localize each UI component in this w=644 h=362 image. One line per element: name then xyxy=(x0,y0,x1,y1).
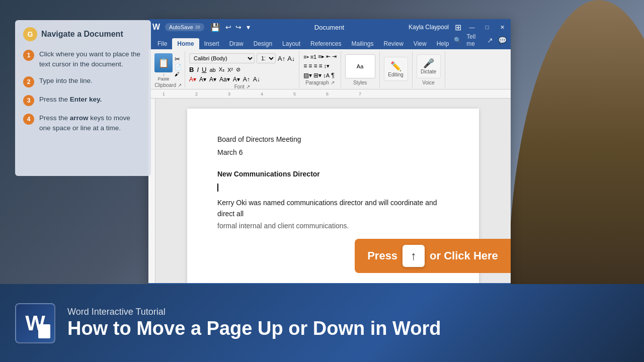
shading-button[interactable]: ▨▾ xyxy=(303,72,312,79)
tab-draw[interactable]: Draw xyxy=(224,38,249,49)
minimize-button[interactable]: — xyxy=(467,23,476,32)
tab-layout[interactable]: Layout xyxy=(277,38,305,49)
font-family-selector[interactable]: Calibri (Body) xyxy=(189,53,255,63)
doc-title: Document xyxy=(314,24,344,31)
format-painter-button[interactable]: 🖌 xyxy=(175,71,182,77)
banner-title: How to Move a Page Up or Down in Word xyxy=(67,318,441,339)
decrease-font-button[interactable]: A↓ xyxy=(287,55,295,62)
arrow-up-icon: ↑ xyxy=(411,249,417,263)
underline-button[interactable]: U xyxy=(202,66,206,73)
tab-home[interactable]: Home xyxy=(172,38,199,49)
grow-font-button[interactable]: A↑ xyxy=(243,76,250,83)
tab-help[interactable]: Help xyxy=(432,38,454,49)
clipboard-label: Clipboard ↗ xyxy=(154,82,182,88)
align-center-button[interactable]: ≡ xyxy=(308,62,312,69)
custom-toolbar-button[interactable]: ▾ xyxy=(247,23,250,31)
instruction-step-3: 3 Press the Enter key. xyxy=(23,95,143,106)
editing-label: Editing xyxy=(388,72,404,77)
dictate-button[interactable]: 🎤 Dictate xyxy=(417,54,441,78)
save-button[interactable]: 💾 xyxy=(210,23,220,32)
paste-label: Paste xyxy=(157,76,169,81)
redo-button[interactable]: ↪ xyxy=(235,23,242,31)
instruction-step-4: 4 Press the arrow keys to move one space… xyxy=(23,113,143,133)
step-circle-1: 1 xyxy=(23,50,34,61)
step-text-1: Click where you want to place the text c… xyxy=(39,49,143,69)
tab-design[interactable]: Design xyxy=(249,38,277,49)
ribbon-group-font: Calibri (Body) 11 A↑ A↓ B I U ab X₂ xyxy=(185,51,299,87)
strikethrough-button[interactable]: ab xyxy=(209,67,215,73)
doc-line-4: Kerry Oki was named communications direc… xyxy=(217,197,449,220)
editing-button[interactable]: ✏️ Editing xyxy=(384,57,408,81)
styles-label: Styles xyxy=(353,80,367,85)
ribbon-group-editing: ✏️ Editing xyxy=(380,51,413,87)
tab-references[interactable]: References xyxy=(305,38,346,49)
step-text-2: Type into the line. xyxy=(39,76,93,86)
shrink-font-button[interactable]: A↓ xyxy=(253,76,260,83)
bold-button[interactable]: B xyxy=(189,66,194,73)
undo-button[interactable]: ↩ xyxy=(225,23,231,31)
tab-file[interactable]: File xyxy=(152,38,172,49)
horizontal-ruler: 1 2 3 4 5 6 7 xyxy=(148,89,511,99)
share-icon[interactable]: ↗ xyxy=(487,36,493,44)
ribbon-group-voice: 🎤 Dictate Voice xyxy=(413,51,445,87)
show-formatting-button[interactable]: ¶ xyxy=(331,72,334,79)
sort-button[interactable]: ↕A xyxy=(323,72,330,78)
user-name: Kayla Claypool xyxy=(409,24,449,31)
tab-mailings[interactable]: Mailings xyxy=(346,38,378,49)
tab-review[interactable]: Review xyxy=(379,38,409,49)
paste-button[interactable]: 📋 xyxy=(154,53,173,72)
panel-header: G Navigate a Document xyxy=(23,27,143,41)
line-spacing-button[interactable]: ↕▾ xyxy=(324,63,330,69)
doc-body[interactable]: Board of Directors Meeting March 6 New C… xyxy=(217,134,449,232)
arrow-up-button[interactable]: ↑ xyxy=(403,245,425,267)
comments-icon[interactable]: 💬 xyxy=(498,36,507,44)
doc-cursor-line xyxy=(217,182,449,193)
paragraph-label: Paragraph ↗ xyxy=(305,80,334,85)
autosave-badge: AutoSave 38 xyxy=(165,23,204,31)
tab-insert[interactable]: Insert xyxy=(199,38,224,49)
superscript-button[interactable]: X² xyxy=(227,67,233,73)
copy-button[interactable]: 📄 xyxy=(175,64,182,70)
borders-button[interactable]: ⊞▾ xyxy=(313,72,321,79)
title-bar-left: W AutoSave 38 💾 ↩ ↪ ▾ xyxy=(152,23,250,32)
ribbon-content: 📋 Paste ✂ 📄 🖌 Clipboard ↗ xyxy=(151,51,508,87)
tell-me-input[interactable]: Tell me xyxy=(466,33,482,47)
bottom-banner: W Word Interactive Tutorial How to Move … xyxy=(0,284,644,362)
ribbon-tabs: File Home Insert Draw Design Layout Refe… xyxy=(148,35,511,49)
multilevel-list-button[interactable]: ≡▸ xyxy=(318,53,324,60)
align-right-button[interactable]: ≡ xyxy=(313,62,317,69)
text-effect-button[interactable]: A▾ xyxy=(209,76,216,83)
clear-format-button[interactable]: ⊘ xyxy=(236,66,240,73)
ribbon-group-styles: Aa Styles xyxy=(341,51,380,87)
doc-line-5: formal internal and client communication… xyxy=(217,220,449,231)
highlight-button[interactable]: A▾ xyxy=(199,76,206,83)
cut-button[interactable]: ✂ xyxy=(175,55,182,63)
doc-line-3: New Communications Director xyxy=(217,168,449,179)
ribbon: 📋 Paste ✂ 📄 🖌 Clipboard ↗ xyxy=(148,49,511,89)
styles-button[interactable]: Aa xyxy=(345,54,375,78)
font-case-button[interactable]: Aa▾ xyxy=(219,76,230,83)
font-size-selector[interactable]: 11 xyxy=(257,53,276,63)
document-content[interactable]: Board of Directors Meeting March 6 New C… xyxy=(155,99,511,283)
layout-button[interactable]: ⊞ xyxy=(455,23,461,32)
banner-subtitle: Word Interactive Tutorial xyxy=(67,307,441,317)
voice-label: Voice xyxy=(422,80,434,85)
tab-view[interactable]: View xyxy=(409,38,432,49)
phonetic-button[interactable]: A▾ xyxy=(233,76,240,83)
close-button[interactable]: ✕ xyxy=(498,23,507,32)
subscript-button[interactable]: X₂ xyxy=(219,66,224,73)
autosave-label: AutoSave xyxy=(169,24,193,30)
number-list-button[interactable]: ≡1 xyxy=(310,54,317,60)
justify-button[interactable]: ≡ xyxy=(318,62,322,69)
word-window: W AutoSave 38 💾 ↩ ↪ ▾ Document Kayla Cla… xyxy=(148,19,511,293)
italic-button[interactable]: I xyxy=(197,66,199,73)
increase-indent-button[interactable]: ⇥ xyxy=(332,53,337,60)
font-color-button[interactable]: A▾ xyxy=(189,76,196,83)
or-click-label: or Click Here xyxy=(430,249,498,262)
align-left-button[interactable]: ≡ xyxy=(303,62,307,69)
increase-font-button[interactable]: A↑ xyxy=(278,55,285,62)
maximize-button[interactable]: □ xyxy=(482,23,492,32)
press-overlay[interactable]: Press ↑ or Click Here xyxy=(355,239,511,273)
bullet-list-button[interactable]: ≡• xyxy=(303,54,308,60)
decrease-indent-button[interactable]: ⇤ xyxy=(326,53,331,60)
